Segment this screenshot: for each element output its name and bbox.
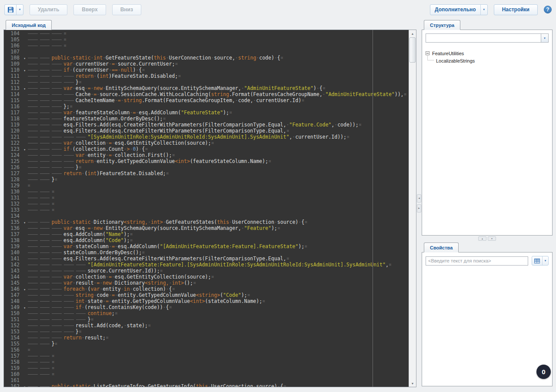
save-button[interactable] [4,4,23,15]
code-line[interactable]: var·result·=·new·Dictionary<string,·int>… [27,280,409,286]
code-line[interactable]: }¤ [27,316,409,322]
notification-badge[interactable]: 0 [536,365,551,379]
code-line[interactable]: ¤ [27,353,409,359]
code-line[interactable]: ¤ [27,43,409,49]
code-line[interactable]: featureStateColumn.OrderByDesc();¤ [27,116,409,122]
code-line[interactable]: ¤ [27,189,409,195]
editor-vertical-scrollbar[interactable] [409,30,416,387]
properties-search-input[interactable] [426,256,528,266]
code-line[interactable]: }¤ [27,329,409,335]
code-line[interactable]: ¤ [27,30,409,37]
code-line[interactable]: return·(int)FeatureState.Disabled;¤ [27,73,409,79]
code-line[interactable]: string·code·=·entity.GetTypedColumnValue… [27,292,409,298]
code-line[interactable]: var·currentUser·=·source.CurrentUser;¤ [27,61,409,67]
horizontal-splitter[interactable] [422,236,553,242]
code-line[interactable]: ¤ [27,359,409,365]
code-line[interactable]: }¤ [27,79,409,85]
additional-button[interactable]: Дополнительно [430,4,488,15]
code-area[interactable]: 1041051061071081091101111121131141151161… [4,30,409,387]
code-line[interactable]: esq.Filters.Add(esq.CreateFilterWithPara… [27,256,409,262]
code-line[interactable] [27,49,409,55]
code-line[interactable]: if·(collection.Count·>·0)·{¤ [27,146,409,152]
delete-button[interactable]: Удалить [30,4,67,15]
view-dropdown-arrow-icon[interactable] [542,256,548,265]
scroll-up-icon[interactable] [409,30,416,37]
tree-item[interactable]: FeatureUtilities [426,50,549,57]
code-line[interactable]: }¤ [27,164,409,170]
collapse-up-icon[interactable] [478,236,486,241]
code-line[interactable]: "[SysAdminUnitInRole:SysAdminUnitRoleId:… [27,134,409,140]
code-line[interactable]: }¤ [27,341,409,347]
code-line[interactable]: ¤ [27,195,409,201]
grid-icon[interactable] [532,256,542,265]
scroll-down-icon[interactable] [409,380,416,387]
save-dropdown-arrow-icon[interactable] [16,5,23,15]
code-line[interactable]: var·collection·=·esq.GetEntityCollection… [27,274,409,280]
code-line[interactable]: var·stateColumn·=·esq.AddColumn("[AdminU… [27,243,409,249]
structure-combo-input[interactable] [426,34,541,42]
code-line[interactable]: ¤ [27,371,409,377]
code-line[interactable]: ¤ [27,347,409,353]
tree-collapse-icon[interactable] [426,51,429,55]
code-line[interactable]: public·static·Dictionary<string,·int>·Ge… [27,219,409,225]
code-line[interactable]: esq.AddColumn("Code");¤ [27,237,409,243]
code-line[interactable]: int·state·=·entity.GetTypedColumnValue<i… [27,298,409,304]
code-line[interactable]: ¤ [27,201,409,207]
collapse-down-icon[interactable] [488,236,496,241]
code-line[interactable]: CacheItemName·=·string.Format(FeaturesCa… [27,97,409,103]
code-line[interactable]: esq.Filters.Add(esq.CreateFilterWithPara… [27,122,409,128]
code-line[interactable]: esq.Filters.Add(esq.CreateFilterWithPara… [27,128,409,134]
code-line[interactable]: result.Add(code,·state);¤ [27,322,409,329]
code-line[interactable]: if·(currentUser·==·null)·{¤ [27,67,409,73]
code-line[interactable]: foreach·(var·entity·in·collection)·{¤ [27,286,409,292]
code-line[interactable]: source.CurrentUser.Id));¤ [27,268,409,274]
code-line[interactable]: var·entity·=·collection.First();¤ [27,152,409,158]
combo-dropdown-arrow-icon[interactable] [541,34,548,42]
code-line[interactable]: if·(result.ContainsKey(code))·{¤ [27,304,409,310]
tab-structure[interactable]: Структура [424,20,460,30]
code-line[interactable]: var·esq·=·new·EntitySchemaQuery(source.E… [27,225,409,231]
code-line[interactable]: public·static·int·GetFeatureState(this·U… [27,55,409,61]
scrollbar-thumb[interactable] [410,37,416,63]
code-line[interactable]: var·featureStateColumn·=·esq.AddColumn("… [27,110,409,116]
properties-view-button[interactable] [532,256,549,266]
tab-properties[interactable]: Свойства [424,243,459,252]
code-line[interactable] [27,377,409,383]
additional-button-label[interactable]: Дополнительно [430,5,480,15]
code-line[interactable]: };¤ [27,103,409,110]
code-line[interactable]: ¤ [27,37,409,43]
settings-button[interactable]: Настройки [494,4,538,15]
code-line[interactable]: Cache·=·source.SessionCache.WithLocalCac… [27,91,409,97]
collapse-left-icon[interactable] [417,194,421,203]
code-line[interactable]: stateColumn.OrderByDesc();¤ [27,249,409,256]
code-line[interactable]: }¤ [27,176,409,183]
additional-dropdown-arrow-icon[interactable] [480,5,487,15]
code-line[interactable]: var·esq·=·new·EntitySchemaQuery(source.E… [27,85,409,91]
code-line[interactable]: esq.AddColumn("Name");¤ [27,231,409,237]
save-icon[interactable] [5,5,16,15]
help-button[interactable]: ? [544,6,552,13]
code-line[interactable]: return·(int)FeatureState.Disabled;¤ [27,170,409,176]
code-line[interactable] [27,213,409,219]
vertical-splitter[interactable] [416,19,422,387]
code-line[interactable]: public·static·List<FeatureInfo>·GetFeatu… [27,383,409,387]
up-button[interactable]: Вверх [73,4,106,15]
code-line[interactable]: ¤ [27,183,409,189]
code-line[interactable]: var·collection·=·esq.GetEntityCollection… [27,140,409,146]
code-line[interactable]: return·result;¤ [27,335,409,341]
collapse-right-icon[interactable] [417,204,421,213]
tab-source-code[interactable]: Исходный код [6,20,52,30]
tree-item-label[interactable]: LocalizableStrings [436,58,475,63]
code-editor[interactable]: 1041051061071081091101111121131141151161… [3,30,416,387]
code-line[interactable]: return·entity.GetTypedColumnValue<int>(f… [27,158,409,164]
tree-item-label[interactable]: FeatureUtilities [432,51,464,56]
code-line[interactable]: "[AdminUnitFeatureState:Feature].[SysAdm… [27,262,409,268]
code-line[interactable]: ¤ [27,207,409,213]
code-content[interactable]: ¤¤¤public·static·int·GetFeatureState(thi… [27,30,409,387]
code-line[interactable]: ¤ [27,365,409,371]
structure-combobox[interactable] [426,33,549,43]
tree-item[interactable]: LocalizableStrings [427,57,549,64]
down-button[interactable]: Вниз [112,4,141,15]
fold-arrow-icon[interactable] [23,383,26,387]
code-line[interactable]: continue;¤ [27,310,409,316]
